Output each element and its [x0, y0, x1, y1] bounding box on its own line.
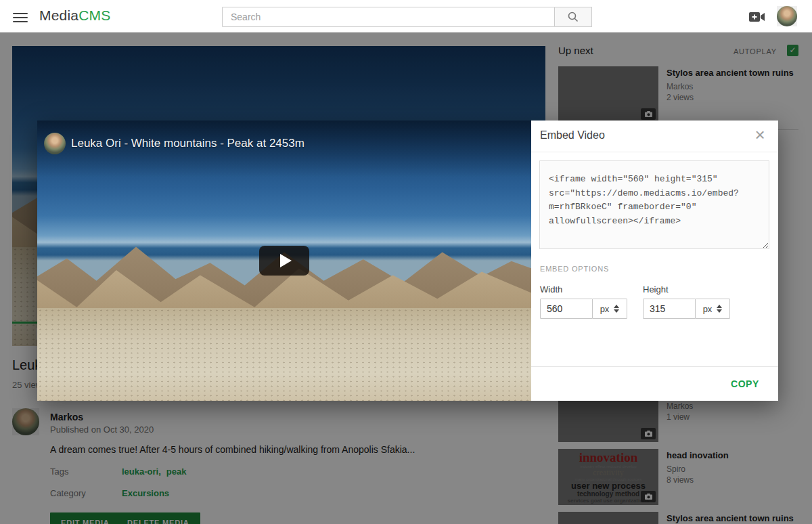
menu-bar [13, 13, 28, 15]
divider [531, 152, 778, 152]
logo-media: Media [39, 7, 78, 23]
logo-cms: CMS [78, 7, 110, 23]
search-icon [567, 11, 579, 23]
embed-code-textarea[interactable]: <iframe width="560" height="315" src="ht… [539, 160, 769, 249]
modal-title: Embed Video [540, 129, 605, 141]
menu-bar [13, 17, 28, 19]
upload-media-button[interactable] [748, 9, 769, 25]
height-input[interactable] [643, 299, 696, 319]
width-input[interactable] [540, 299, 593, 319]
search-bar [222, 7, 592, 27]
height-unit-select[interactable]: px [695, 299, 730, 319]
embed-video-modal: Leuka Ori - White mountains - Peak at 24… [37, 121, 778, 401]
unit-label: px [600, 304, 610, 314]
mediacms-video-page: MediaCMS [0, 0, 812, 524]
menu-icon[interactable] [9, 7, 31, 26]
search-button[interactable] [555, 7, 592, 27]
user-avatar[interactable] [777, 6, 797, 26]
width-unit-select[interactable]: px [592, 299, 627, 319]
play-button[interactable] [259, 246, 309, 276]
width-group: px [540, 299, 627, 319]
modal-footer: COPY [531, 366, 778, 401]
close-icon[interactable]: × [750, 125, 770, 145]
menu-bar [13, 21, 28, 23]
search-input[interactable] [222, 7, 555, 27]
logo[interactable]: MediaCMS [39, 7, 110, 24]
embed-options-panel: Embed Video × <iframe width="560" height… [531, 121, 778, 401]
copy-button[interactable]: COPY [731, 378, 759, 389]
terrain-foreground [37, 308, 531, 401]
height-label: Height [643, 284, 669, 294]
unit-label: px [703, 304, 713, 314]
top-bar: MediaCMS [0, 0, 812, 32]
height-group: px [643, 299, 730, 319]
spinner-icon [614, 305, 619, 313]
embed-options-heading: EMBED OPTIONS [540, 265, 609, 273]
play-icon [280, 254, 292, 267]
embed-preview-player[interactable]: Leuka Ori - White mountains - Peak at 24… [37, 121, 531, 401]
preview-author-avatar[interactable] [44, 133, 66, 154]
avatar-image [44, 133, 66, 154]
avatar-image [777, 6, 797, 26]
video-upload-icon [748, 9, 766, 24]
width-label: Width [540, 284, 562, 294]
preview-video-title[interactable]: Leuka Ori - White mountains - Peak at 24… [71, 137, 304, 150]
spinner-icon [717, 305, 722, 313]
